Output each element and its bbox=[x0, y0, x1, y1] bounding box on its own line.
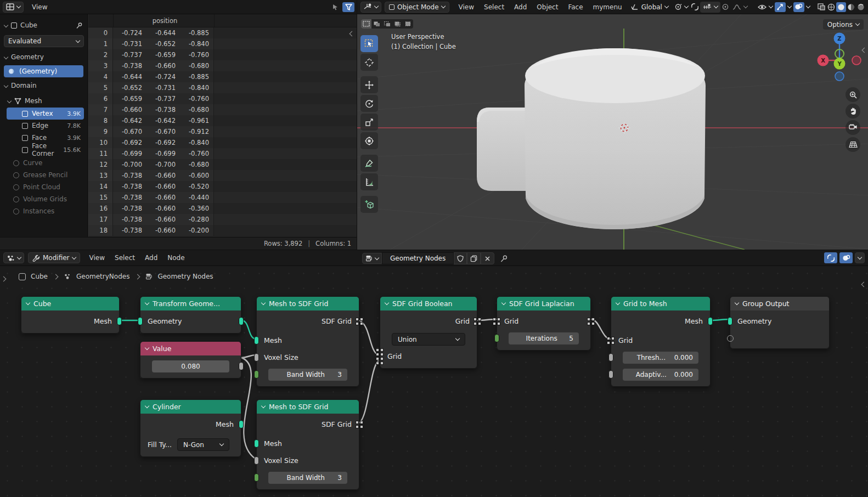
evaluation-mode-dropdown[interactable]: Evaluated bbox=[4, 35, 84, 47]
select-mode-invert[interactable] bbox=[392, 19, 403, 29]
filter-toggle-button[interactable] bbox=[342, 2, 354, 12]
browse-node-tree-button[interactable] bbox=[362, 253, 382, 264]
input-socket-grid[interactable] bbox=[493, 318, 500, 325]
table-row[interactable]: 14-0.738-0.660-0.520 bbox=[88, 181, 357, 192]
node-grid-to-mesh[interactable]: Grid to Mesh Mesh Grid Thresh...0.000 Ad… bbox=[611, 296, 711, 387]
editor-type-button[interactable] bbox=[3, 252, 24, 263]
column-header-position[interactable]: position bbox=[115, 14, 215, 27]
pin-icon[interactable] bbox=[500, 255, 508, 263]
menu-object[interactable]: Object bbox=[532, 0, 563, 14]
node-mesh-to-sdf-grid-2[interactable]: Mesh to SDF Grid SDF Grid Mesh Voxel Siz… bbox=[256, 399, 359, 490]
value-field[interactable]: 0.080 bbox=[152, 360, 229, 372]
fake-user-button[interactable] bbox=[454, 252, 467, 264]
domain-item-curve[interactable]: Curve bbox=[3, 157, 84, 169]
adaptivity-field[interactable]: Adaptiv...0.000 bbox=[623, 369, 698, 381]
visibility-dropdown[interactable] bbox=[756, 2, 775, 13]
viewport-canvas[interactable]: Options User Perspective (1) Collection … bbox=[357, 14, 868, 250]
node-tree-name-field[interactable]: Geometry Nodes bbox=[382, 252, 454, 264]
menu-view[interactable]: View bbox=[454, 0, 479, 14]
shading-wireframe-button[interactable] bbox=[826, 2, 836, 12]
table-row[interactable]: 1-0.731-0.652-0.840 bbox=[88, 38, 357, 49]
domain-item-vertex[interactable]: Vertex3.9K bbox=[7, 108, 84, 120]
menu-mymenu[interactable]: mymenu bbox=[588, 0, 627, 14]
table-row[interactable]: 4-0.644-0.724-0.885 bbox=[88, 71, 357, 82]
tool-add-primitive[interactable] bbox=[360, 196, 378, 213]
menu-node[interactable]: Node bbox=[162, 251, 189, 265]
output-socket-geometry[interactable] bbox=[239, 317, 244, 325]
overlays-toggle[interactable] bbox=[793, 2, 804, 12]
input-socket-iterations[interactable] bbox=[494, 334, 499, 342]
output-socket-sdf-grid[interactable] bbox=[356, 421, 363, 428]
node-mesh-to-sdf-grid-1[interactable]: Mesh to SDF Grid SDF Grid Mesh Voxel Siz… bbox=[256, 296, 359, 387]
output-socket-mesh[interactable] bbox=[239, 420, 244, 428]
node-sdf-grid-laplacian[interactable]: SDF Grid Laplacian Grid Iterations5 bbox=[497, 296, 591, 351]
node-group-output[interactable]: Group Output Geometry bbox=[730, 296, 830, 349]
editor-type-button[interactable] bbox=[3, 2, 24, 13]
mug-object[interactable] bbox=[477, 48, 706, 229]
output-socket-sdf-grid[interactable] bbox=[356, 318, 363, 325]
table-row[interactable]: 16-0.738-0.660-0.360 bbox=[88, 203, 357, 214]
shading-rendered-button[interactable] bbox=[856, 2, 866, 12]
input-socket-voxel-size[interactable] bbox=[254, 353, 259, 362]
band-width-field[interactable]: Band Width3 bbox=[268, 472, 347, 484]
axis-z-neg-ball[interactable] bbox=[835, 72, 844, 81]
input-socket-threshold[interactable] bbox=[608, 353, 613, 362]
node-cube[interactable]: Cube Mesh bbox=[21, 296, 120, 334]
tool-annotate[interactable] bbox=[360, 155, 378, 172]
tool-transform[interactable] bbox=[360, 132, 378, 149]
domain-item-volume-grids[interactable]: Volume Grids bbox=[3, 193, 84, 205]
node-header[interactable]: Mesh to SDF Grid bbox=[257, 400, 359, 414]
zoom-button[interactable] bbox=[846, 87, 860, 102]
iterations-field[interactable]: Iterations5 bbox=[509, 332, 579, 344]
table-row[interactable]: 13-0.738-0.660-0.600 bbox=[88, 170, 357, 181]
pan-button[interactable] bbox=[846, 104, 860, 118]
gizmos-toggle[interactable] bbox=[775, 2, 786, 12]
node-header[interactable]: Cylinder bbox=[140, 400, 241, 414]
table-row[interactable]: 9-0.670-0.670-0.912 bbox=[88, 126, 357, 137]
output-socket-mesh[interactable] bbox=[117, 317, 122, 325]
overlays-toggle[interactable] bbox=[839, 252, 853, 263]
overlays-dropdown[interactable] bbox=[804, 2, 812, 13]
editor-type-button[interactable] bbox=[360, 2, 381, 13]
tool-cursor[interactable] bbox=[360, 54, 378, 71]
dataset-object-row[interactable]: Cube bbox=[0, 19, 87, 32]
shading-material-button[interactable] bbox=[846, 2, 856, 12]
node-value[interactable]: Value 0.080 bbox=[140, 341, 241, 379]
input-socket-band-width[interactable] bbox=[254, 370, 259, 379]
node-header[interactable]: SDF Grid Laplacian bbox=[497, 297, 590, 310]
menu-add[interactable]: Add bbox=[509, 0, 532, 14]
band-width-field[interactable]: Band Width3 bbox=[268, 369, 347, 381]
operation-dropdown[interactable]: Union bbox=[392, 333, 465, 346]
table-row[interactable]: 7-0.660-0.738-0.680 bbox=[88, 104, 357, 115]
tool-rotate[interactable] bbox=[360, 95, 378, 112]
table-row[interactable]: 10-0.692-0.692-0.840 bbox=[88, 137, 357, 148]
menu-select[interactable]: Select bbox=[110, 251, 140, 265]
geometry-item[interactable]: (Geometry) bbox=[4, 65, 83, 77]
table-row[interactable]: 8-0.642-0.642-0.961 bbox=[88, 115, 357, 126]
tool-measure[interactable] bbox=[360, 173, 378, 190]
tool-scale[interactable] bbox=[360, 114, 378, 131]
xray-toggle[interactable] bbox=[816, 2, 826, 12]
geometry-section-header[interactable]: Geometry bbox=[0, 50, 87, 64]
node-header[interactable]: Grid to Mesh bbox=[611, 297, 710, 310]
virtual-socket[interactable] bbox=[727, 335, 734, 342]
breadcrumb-modifier[interactable]: GeometryNodes bbox=[76, 273, 129, 280]
select-mode-intersect[interactable] bbox=[403, 19, 413, 29]
new-copy-button[interactable] bbox=[467, 252, 481, 264]
snap-toggle[interactable] bbox=[824, 252, 837, 263]
ortho-toggle-button[interactable] bbox=[846, 137, 860, 152]
input-socket-mesh[interactable] bbox=[254, 336, 259, 344]
table-row[interactable]: 11-0.699-0.699-0.760 bbox=[88, 148, 357, 159]
fill-type-dropdown[interactable]: N-Gon bbox=[177, 438, 229, 451]
input-socket-geometry[interactable] bbox=[728, 317, 732, 325]
select-mode-subtract[interactable] bbox=[382, 19, 392, 29]
menu-add[interactable]: Add bbox=[140, 251, 162, 265]
input-socket-band-width[interactable] bbox=[254, 473, 259, 482]
domain-item-edge[interactable]: Edge7.8K bbox=[7, 120, 84, 132]
threshold-field[interactable]: Thresh...0.000 bbox=[623, 352, 698, 364]
table-row[interactable]: 5-0.652-0.731-0.840 bbox=[88, 82, 357, 93]
output-socket-grid[interactable] bbox=[587, 318, 595, 325]
select-mode-extend[interactable] bbox=[371, 19, 382, 29]
node-header[interactable]: SDF Grid Boolean bbox=[380, 297, 477, 310]
table-row[interactable]: 6-0.659-0.737-0.760 bbox=[88, 93, 357, 104]
